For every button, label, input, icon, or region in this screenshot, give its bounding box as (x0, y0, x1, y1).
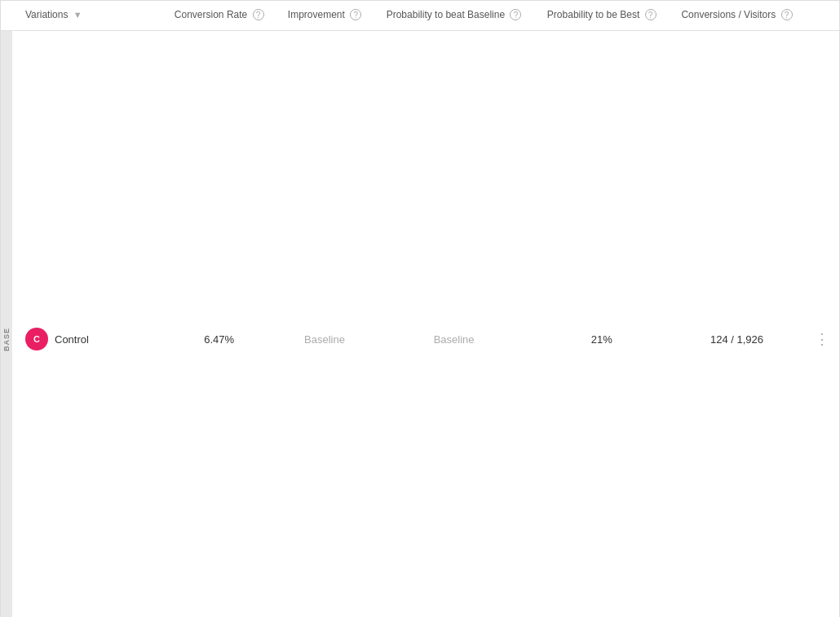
control-more-button[interactable]: ⋮ (815, 331, 829, 347)
base-label-cell: BASE (1, 30, 15, 617)
col-conversions-visitors: Conversions / Visitors ? (669, 1, 805, 30)
control-prob-beat-baseline: Baseline (374, 30, 535, 617)
control-prob-to-be-best: 21% (535, 30, 669, 617)
main-container: Variations ▼ Conversion Rate ? Improveme… (0, 0, 840, 617)
col-improvement: Improvement ? (276, 1, 373, 30)
prob-beat-baseline-info-icon[interactable]: ? (510, 9, 521, 20)
col-prob-beat-baseline: Probability to beat Baseline ? (374, 1, 535, 30)
col-prob-to-be-best: Probability to be Best ? (535, 1, 669, 30)
base-label: BASE (1, 31, 12, 617)
variation-name-cell: C Control (15, 30, 162, 617)
col-conversion-rate: Conversion Rate ? (162, 1, 276, 30)
results-table-section: Variations ▼ Conversion Rate ? Improveme… (1, 1, 839, 617)
prob-to-be-best-info-icon[interactable]: ? (645, 9, 657, 20)
filter-icon[interactable]: ▼ (73, 9, 82, 20)
control-conversions-visitors: 124 / 1,926 (669, 30, 805, 617)
conversion-rate-info-icon[interactable]: ? (253, 9, 264, 20)
control-name: Control (55, 333, 89, 346)
control-improvement: Baseline (276, 30, 373, 617)
improvement-info-icon[interactable]: ? (350, 9, 361, 20)
results-table: Variations ▼ Conversion Rate ? Improveme… (1, 1, 839, 617)
table-row: BASE C Control 6.47% Baseline Baseline 2… (1, 30, 839, 617)
conversions-visitors-info-icon[interactable]: ? (781, 9, 793, 20)
control-badge: C (25, 328, 48, 350)
control-conversion-rate: 6.47% (162, 30, 276, 617)
col-variations: Variations ▼ (15, 1, 162, 30)
